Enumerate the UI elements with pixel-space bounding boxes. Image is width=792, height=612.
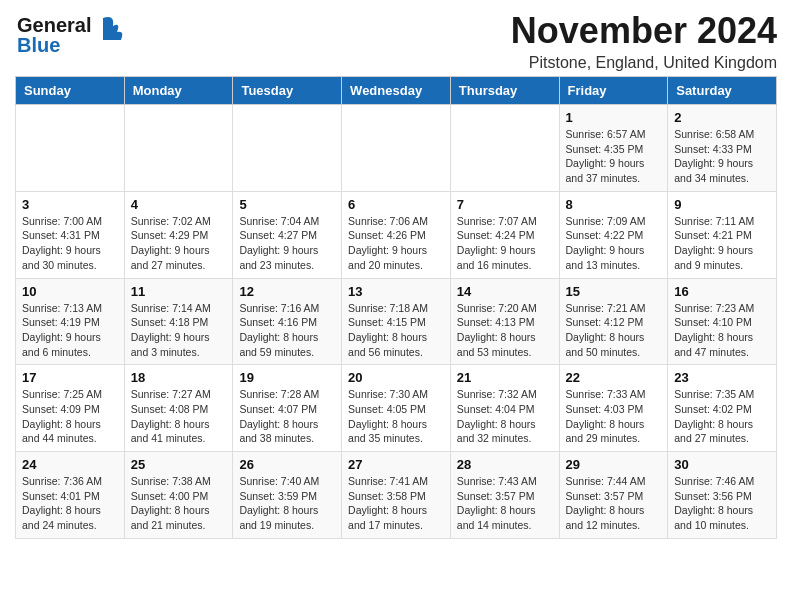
calendar-day: 23Sunrise: 7:35 AM Sunset: 4:02 PM Dayli… <box>668 365 777 452</box>
day-number: 23 <box>674 370 770 385</box>
day-number: 18 <box>131 370 227 385</box>
calendar-day: 2Sunrise: 6:58 AM Sunset: 4:33 PM Daylig… <box>668 105 777 192</box>
day-number: 9 <box>674 197 770 212</box>
page: General Blue November 2024 Pitstone, Eng… <box>0 0 792 549</box>
calendar: SundayMondayTuesdayWednesdayThursdayFrid… <box>15 76 777 539</box>
day-info: Sunrise: 7:00 AM Sunset: 4:31 PM Dayligh… <box>22 214 118 273</box>
day-number: 26 <box>239 457 335 472</box>
calendar-day: 26Sunrise: 7:40 AM Sunset: 3:59 PM Dayli… <box>233 452 342 539</box>
header: General Blue November 2024 Pitstone, Eng… <box>15 10 777 72</box>
day-number: 7 <box>457 197 553 212</box>
day-info: Sunrise: 7:28 AM Sunset: 4:07 PM Dayligh… <box>239 387 335 446</box>
svg-text:General: General <box>17 14 91 36</box>
weekday-header: Wednesday <box>342 77 451 105</box>
calendar-day: 5Sunrise: 7:04 AM Sunset: 4:27 PM Daylig… <box>233 191 342 278</box>
calendar-day: 3Sunrise: 7:00 AM Sunset: 4:31 PM Daylig… <box>16 191 125 278</box>
day-info: Sunrise: 6:57 AM Sunset: 4:35 PM Dayligh… <box>566 127 662 186</box>
day-number: 21 <box>457 370 553 385</box>
weekday-header: Saturday <box>668 77 777 105</box>
calendar-day: 8Sunrise: 7:09 AM Sunset: 4:22 PM Daylig… <box>559 191 668 278</box>
day-number: 12 <box>239 284 335 299</box>
calendar-day: 29Sunrise: 7:44 AM Sunset: 3:57 PM Dayli… <box>559 452 668 539</box>
day-info: Sunrise: 7:11 AM Sunset: 4:21 PM Dayligh… <box>674 214 770 273</box>
day-number: 28 <box>457 457 553 472</box>
calendar-header-row: SundayMondayTuesdayWednesdayThursdayFrid… <box>16 77 777 105</box>
day-number: 30 <box>674 457 770 472</box>
calendar-day: 19Sunrise: 7:28 AM Sunset: 4:07 PM Dayli… <box>233 365 342 452</box>
day-info: Sunrise: 7:46 AM Sunset: 3:56 PM Dayligh… <box>674 474 770 533</box>
calendar-day: 10Sunrise: 7:13 AM Sunset: 4:19 PM Dayli… <box>16 278 125 365</box>
day-number: 6 <box>348 197 444 212</box>
day-number: 24 <box>22 457 118 472</box>
location: Pitstone, England, United Kingdom <box>511 54 777 72</box>
day-info: Sunrise: 7:25 AM Sunset: 4:09 PM Dayligh… <box>22 387 118 446</box>
calendar-day: 22Sunrise: 7:33 AM Sunset: 4:03 PM Dayli… <box>559 365 668 452</box>
calendar-day: 11Sunrise: 7:14 AM Sunset: 4:18 PM Dayli… <box>124 278 233 365</box>
calendar-day: 13Sunrise: 7:18 AM Sunset: 4:15 PM Dayli… <box>342 278 451 365</box>
day-info: Sunrise: 7:21 AM Sunset: 4:12 PM Dayligh… <box>566 301 662 360</box>
calendar-day <box>233 105 342 192</box>
calendar-day: 18Sunrise: 7:27 AM Sunset: 4:08 PM Dayli… <box>124 365 233 452</box>
calendar-day: 14Sunrise: 7:20 AM Sunset: 4:13 PM Dayli… <box>450 278 559 365</box>
calendar-day: 30Sunrise: 7:46 AM Sunset: 3:56 PM Dayli… <box>668 452 777 539</box>
calendar-day: 16Sunrise: 7:23 AM Sunset: 4:10 PM Dayli… <box>668 278 777 365</box>
calendar-day: 27Sunrise: 7:41 AM Sunset: 3:58 PM Dayli… <box>342 452 451 539</box>
calendar-day: 12Sunrise: 7:16 AM Sunset: 4:16 PM Dayli… <box>233 278 342 365</box>
day-number: 27 <box>348 457 444 472</box>
day-number: 5 <box>239 197 335 212</box>
calendar-day: 24Sunrise: 7:36 AM Sunset: 4:01 PM Dayli… <box>16 452 125 539</box>
calendar-day: 9Sunrise: 7:11 AM Sunset: 4:21 PM Daylig… <box>668 191 777 278</box>
day-number: 4 <box>131 197 227 212</box>
day-info: Sunrise: 7:09 AM Sunset: 4:22 PM Dayligh… <box>566 214 662 273</box>
day-number: 11 <box>131 284 227 299</box>
calendar-day: 20Sunrise: 7:30 AM Sunset: 4:05 PM Dayli… <box>342 365 451 452</box>
day-info: Sunrise: 7:36 AM Sunset: 4:01 PM Dayligh… <box>22 474 118 533</box>
calendar-week-row: 1Sunrise: 6:57 AM Sunset: 4:35 PM Daylig… <box>16 105 777 192</box>
day-info: Sunrise: 7:40 AM Sunset: 3:59 PM Dayligh… <box>239 474 335 533</box>
day-number: 29 <box>566 457 662 472</box>
day-info: Sunrise: 7:41 AM Sunset: 3:58 PM Dayligh… <box>348 474 444 533</box>
calendar-week-row: 24Sunrise: 7:36 AM Sunset: 4:01 PM Dayli… <box>16 452 777 539</box>
day-number: 14 <box>457 284 553 299</box>
day-info: Sunrise: 7:07 AM Sunset: 4:24 PM Dayligh… <box>457 214 553 273</box>
day-info: Sunrise: 7:06 AM Sunset: 4:26 PM Dayligh… <box>348 214 444 273</box>
title-block: November 2024 Pitstone, England, United … <box>511 10 777 72</box>
day-info: Sunrise: 7:16 AM Sunset: 4:16 PM Dayligh… <box>239 301 335 360</box>
day-number: 2 <box>674 110 770 125</box>
calendar-day: 4Sunrise: 7:02 AM Sunset: 4:29 PM Daylig… <box>124 191 233 278</box>
logo: General Blue <box>15 10 125 62</box>
weekday-header: Thursday <box>450 77 559 105</box>
day-info: Sunrise: 7:13 AM Sunset: 4:19 PM Dayligh… <box>22 301 118 360</box>
svg-text:Blue: Blue <box>17 34 60 56</box>
day-number: 15 <box>566 284 662 299</box>
calendar-day: 28Sunrise: 7:43 AM Sunset: 3:57 PM Dayli… <box>450 452 559 539</box>
day-number: 22 <box>566 370 662 385</box>
calendar-day: 21Sunrise: 7:32 AM Sunset: 4:04 PM Dayli… <box>450 365 559 452</box>
day-info: Sunrise: 7:33 AM Sunset: 4:03 PM Dayligh… <box>566 387 662 446</box>
weekday-header: Monday <box>124 77 233 105</box>
day-info: Sunrise: 7:35 AM Sunset: 4:02 PM Dayligh… <box>674 387 770 446</box>
day-number: 1 <box>566 110 662 125</box>
calendar-day <box>124 105 233 192</box>
calendar-day <box>450 105 559 192</box>
day-number: 13 <box>348 284 444 299</box>
day-info: Sunrise: 6:58 AM Sunset: 4:33 PM Dayligh… <box>674 127 770 186</box>
day-info: Sunrise: 7:43 AM Sunset: 3:57 PM Dayligh… <box>457 474 553 533</box>
day-info: Sunrise: 7:44 AM Sunset: 3:57 PM Dayligh… <box>566 474 662 533</box>
weekday-header: Tuesday <box>233 77 342 105</box>
day-info: Sunrise: 7:04 AM Sunset: 4:27 PM Dayligh… <box>239 214 335 273</box>
calendar-day: 6Sunrise: 7:06 AM Sunset: 4:26 PM Daylig… <box>342 191 451 278</box>
day-number: 17 <box>22 370 118 385</box>
calendar-day: 15Sunrise: 7:21 AM Sunset: 4:12 PM Dayli… <box>559 278 668 365</box>
day-info: Sunrise: 7:38 AM Sunset: 4:00 PM Dayligh… <box>131 474 227 533</box>
day-info: Sunrise: 7:20 AM Sunset: 4:13 PM Dayligh… <box>457 301 553 360</box>
day-info: Sunrise: 7:14 AM Sunset: 4:18 PM Dayligh… <box>131 301 227 360</box>
calendar-day <box>16 105 125 192</box>
calendar-day: 1Sunrise: 6:57 AM Sunset: 4:35 PM Daylig… <box>559 105 668 192</box>
day-info: Sunrise: 7:02 AM Sunset: 4:29 PM Dayligh… <box>131 214 227 273</box>
month-title: November 2024 <box>511 10 777 52</box>
day-info: Sunrise: 7:27 AM Sunset: 4:08 PM Dayligh… <box>131 387 227 446</box>
calendar-day: 7Sunrise: 7:07 AM Sunset: 4:24 PM Daylig… <box>450 191 559 278</box>
day-number: 19 <box>239 370 335 385</box>
day-info: Sunrise: 7:23 AM Sunset: 4:10 PM Dayligh… <box>674 301 770 360</box>
